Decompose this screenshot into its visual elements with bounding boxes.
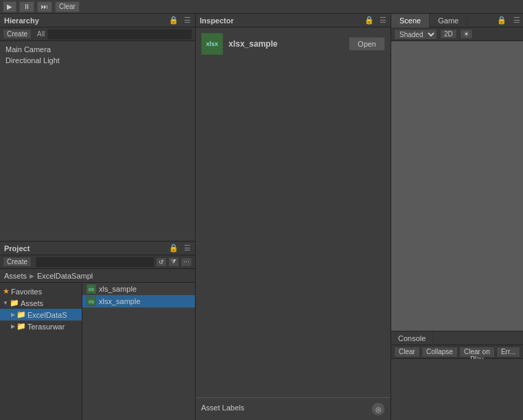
scene-menu-icon: ☰ bbox=[511, 16, 523, 25]
console-toolbar: Clear Collapse Clear on Play Err... bbox=[391, 345, 523, 359]
project-header: Project 🔒 ☰ bbox=[0, 242, 195, 255]
subfolder-arrow-icon: ▶ bbox=[11, 312, 15, 318]
inspector-open-button[interactable]: Open bbox=[349, 37, 385, 51]
inspector-panel: Inspector 🔒 ☰ xlsx xlsx_sample Open Asse… bbox=[196, 14, 391, 420]
toolbar-btn-2[interactable]: ⏸ bbox=[19, 1, 34, 12]
hierarchy-menu-icon: ☰ bbox=[184, 16, 191, 25]
hierarchy-search-input[interactable] bbox=[47, 29, 192, 40]
inspector-title: Inspector bbox=[200, 16, 234, 25]
breadcrumb: Assets ► ExcelDataSampl bbox=[0, 269, 195, 283]
project-search-input[interactable] bbox=[36, 257, 154, 268]
xls-file-icon: xls bbox=[86, 284, 96, 294]
shading-select[interactable]: Shaded bbox=[394, 29, 437, 40]
right-panel: Scene Game 🔒 ☰ Shaded 2D ☀ Console Clear bbox=[391, 14, 523, 420]
xlsx-file-icon: xls bbox=[86, 296, 96, 306]
console-clear-button[interactable]: Clear bbox=[394, 347, 420, 358]
scene-view bbox=[391, 41, 523, 331]
scene-lock-icon: 🔒 bbox=[493, 16, 511, 25]
arrow-icon: ▼ bbox=[3, 300, 8, 306]
project-menu-icon: ☰ bbox=[184, 244, 191, 253]
tab-scene[interactable]: Scene bbox=[391, 14, 430, 27]
console-panel: Console Clear Collapse Clear on Play Err… bbox=[391, 331, 523, 420]
top-toolbar: ▶ ⏸ ⏭ Clear bbox=[0, 0, 523, 14]
scene-game-header: Scene Game 🔒 ☰ bbox=[391, 14, 523, 27]
project-files: xls xls_sample xls xlsx_sample bbox=[82, 283, 195, 420]
hierarchy-item-main-camera[interactable]: Main Camera bbox=[0, 44, 195, 55]
hierarchy-title: Hierarchy bbox=[4, 16, 39, 25]
toolbar-btn-clear[interactable]: Clear bbox=[55, 1, 80, 12]
breadcrumb-separator: ► bbox=[28, 272, 36, 280]
tree-exceldatas[interactable]: ▶ 📁 ExcelDataS bbox=[0, 309, 82, 320]
tree-favorites[interactable]: ★ Favorites bbox=[0, 285, 82, 297]
tab-game[interactable]: Game bbox=[430, 14, 467, 27]
project-title: Project bbox=[4, 244, 30, 253]
file-xlsx-sample[interactable]: xls xlsx_sample bbox=[82, 295, 195, 307]
console-content bbox=[391, 359, 523, 420]
console-collapse-button[interactable]: Collapse bbox=[421, 347, 458, 358]
console-clear-on-play-button[interactable]: Clear on Play bbox=[459, 347, 495, 358]
tree-terasurwar[interactable]: ▶ 📁 Terasurwar bbox=[0, 320, 82, 332]
tree-assets[interactable]: ▼ 📁 Assets bbox=[0, 297, 82, 309]
hierarchy-content: Main Camera Directional Light bbox=[0, 41, 195, 241]
console-header: Console bbox=[391, 331, 523, 345]
sun-button[interactable]: ☀ bbox=[460, 29, 473, 39]
hierarchy-all-label: All bbox=[37, 30, 45, 38]
toolbar-btn-1[interactable]: ▶ bbox=[3, 1, 16, 12]
inspector-menu-icon: ☰ bbox=[380, 16, 386, 25]
project-filter-button[interactable]: ⧩ bbox=[168, 257, 179, 267]
main-layout: Hierarchy 🔒 ☰ Create All Main Camera Dir… bbox=[0, 14, 523, 420]
project-toolbar: Create ↺ ⧩ ⋯ bbox=[0, 255, 195, 269]
subfolder-folder-icon: 📁 bbox=[16, 310, 26, 319]
left-panel: Hierarchy 🔒 ☰ Create All Main Camera Dir… bbox=[0, 14, 196, 420]
inspector-file-row: xlsx xlsx_sample Open bbox=[201, 33, 385, 55]
project-tree: ★ Favorites ▼ 📁 Assets ▶ 📁 ExcelDataS bbox=[0, 283, 82, 420]
hierarchy-toolbar: Create All bbox=[0, 27, 195, 41]
asset-labels-title: Asset Labels bbox=[201, 404, 244, 412]
subfolder2-folder-icon: 📁 bbox=[16, 322, 26, 331]
inspector-file-name: xlsx_sample bbox=[229, 39, 277, 49]
inspector-lock-icon: 🔒 bbox=[364, 16, 374, 25]
inspector-file-icon: xlsx bbox=[201, 33, 223, 55]
toolbar-btn-3[interactable]: ⏭ bbox=[37, 1, 52, 12]
hierarchy-create-button[interactable]: Create bbox=[3, 29, 32, 39]
hierarchy-lock-icon: 🔒 bbox=[169, 16, 178, 25]
hierarchy-item-directional-light[interactable]: Directional Light bbox=[0, 55, 195, 66]
folder-icon: 📁 bbox=[10, 299, 19, 307]
scene-toolbar: Shaded 2D ☀ bbox=[391, 27, 523, 41]
project-options-button[interactable]: ⋯ bbox=[181, 257, 192, 267]
asset-label-button[interactable]: ◎ bbox=[371, 402, 385, 416]
inspector-bottom: Asset Labels ◎ bbox=[196, 397, 391, 420]
file-xls-sample[interactable]: xls xls_sample bbox=[82, 283, 195, 295]
inspector-content: xlsx xlsx_sample Open bbox=[196, 27, 391, 397]
hierarchy-header: Hierarchy 🔒 ☰ bbox=[0, 14, 195, 27]
breadcrumb-folder[interactable]: ExcelDataSampl bbox=[37, 272, 93, 280]
subfolder2-arrow-icon: ▶ bbox=[11, 323, 15, 329]
inspector-header: Inspector 🔒 ☰ bbox=[196, 14, 391, 27]
star-icon: ★ bbox=[3, 287, 10, 296]
project-content: ★ Favorites ▼ 📁 Assets ▶ 📁 ExcelDataS bbox=[0, 283, 195, 420]
project-refresh-button[interactable]: ↺ bbox=[156, 257, 167, 267]
project-create-button[interactable]: Create bbox=[3, 257, 32, 267]
hierarchy-panel: Hierarchy 🔒 ☰ Create All Main Camera Dir… bbox=[0, 14, 195, 242]
mode-2d-button[interactable]: 2D bbox=[440, 29, 457, 39]
console-tab[interactable]: Console bbox=[391, 331, 433, 345]
breadcrumb-assets[interactable]: Assets bbox=[4, 272, 27, 280]
project-panel: Project 🔒 ☰ Create ↺ ⧩ ⋯ Assets ► ExcelD… bbox=[0, 242, 195, 420]
project-lock-icon: 🔒 bbox=[169, 244, 178, 253]
console-error-button[interactable]: Err... bbox=[496, 347, 520, 358]
